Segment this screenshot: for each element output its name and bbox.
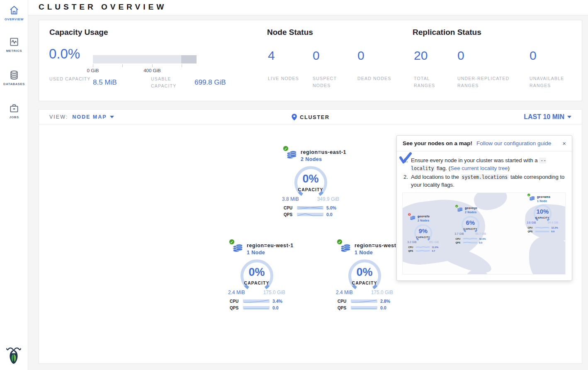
- stat-label: TOTAL RANGES: [414, 75, 451, 89]
- capacity-label: CAPACITY: [237, 280, 277, 285]
- usable-capacity-label: USABLE CAPACITY: [151, 75, 192, 90]
- node-map-setup-tooltip: See your nodes on a map! Follow our conf…: [396, 135, 572, 281]
- setup-step-2: 2. Add locations to the system.locations…: [403, 173, 566, 189]
- cpu-sparkline: [351, 299, 377, 303]
- nodes-link[interactable]: 2 Nodes: [301, 156, 322, 162]
- capacity-gauge: 0% CAPACITY: [291, 166, 330, 201]
- configuration-guide-link[interactable]: Follow our configuration guide: [476, 140, 551, 146]
- axis-tick: [152, 64, 153, 67]
- close-icon[interactable]: ×: [562, 140, 566, 146]
- code-table: system.locations: [461, 174, 509, 180]
- stat-label: LIVE NODES: [268, 75, 305, 82]
- axis-tick: [122, 64, 123, 67]
- nodes-link[interactable]: 1 Node: [355, 250, 373, 256]
- view-selector-value: NODE MAP: [72, 114, 107, 120]
- cpu-value: 3.4%: [272, 299, 282, 304]
- capacity-gauge: 6% CAPACITY: [459, 216, 481, 235]
- qps-sparkline: [243, 306, 270, 310]
- view-label: VIEW:: [49, 114, 68, 120]
- nodes-link: 2 Nodes: [465, 210, 476, 214]
- cpu-value: 5.0%: [326, 205, 336, 210]
- capacity-gauge: 9% CAPACITY: [412, 224, 434, 243]
- cpu-sparkline: [297, 206, 323, 210]
- capacity-percent: 0%: [345, 266, 384, 279]
- cpu-value: 12.3%: [551, 226, 558, 229]
- cpu-label: CPU: [284, 206, 294, 210]
- stat-value: 4: [268, 49, 275, 63]
- healthy-check-icon: ✓: [283, 146, 289, 151]
- nodes-link: 2 Nodes: [418, 219, 429, 222]
- sidebar-item-jobs[interactable]: JOBS: [0, 103, 28, 119]
- stat-label: UNAVAILABLE RANGES: [530, 75, 575, 89]
- step-number: 2.: [403, 173, 411, 189]
- stat-label: UNDER-REPLICATED RANGES: [457, 75, 524, 89]
- stat-value: 20: [414, 49, 428, 63]
- cpu-label: CPU: [230, 299, 240, 304]
- region-label: geo=sfo: [418, 215, 430, 218]
- qps-sparkline: [463, 241, 477, 243]
- qps-sparkline: [297, 212, 323, 217]
- qps-value: 0.0: [326, 212, 333, 217]
- node-status-title: Node Status: [267, 28, 313, 37]
- sidebar-item-label: OVERVIEW: [0, 17, 28, 21]
- sidebar-item-databases[interactable]: DATABASES: [0, 70, 28, 86]
- qps-value: 0.0: [479, 241, 482, 244]
- map-node-eu-west-1[interactable]: ✓ region=eu-west-1 1 Node 0% CAPACITY 2.…: [226, 242, 288, 311]
- capacity-gauge: 0% CAPACITY: [345, 259, 384, 295]
- qps-value: 0.0: [551, 230, 554, 233]
- cpu-label: CPU: [456, 237, 462, 240]
- view-selector-dropdown[interactable]: NODE MAP: [72, 114, 114, 120]
- cpu-sparkline: [535, 226, 549, 229]
- capacity-gauge: 0% CAPACITY: [237, 259, 277, 295]
- stat-label: DEAD NODES: [357, 75, 395, 82]
- setup-step-1: 1. Ensure every node in your cluster was…: [403, 156, 566, 172]
- node-group-icon: ✓: [457, 206, 464, 213]
- axis-tick-label: 0 GiB: [83, 68, 103, 73]
- step-text: Add locations to the: [411, 174, 461, 180]
- locality-tree-link[interactable]: See current locality tree: [450, 165, 508, 171]
- capacity-label: CAPACITY: [345, 280, 384, 285]
- map-node-us-east-1[interactable]: ✓ region=us-east-1 2 Nodes 0% CAPACITY 3…: [279, 148, 342, 218]
- stat-value: 0: [313, 49, 320, 63]
- qps-label: QPS: [408, 249, 414, 252]
- example-node-geo-ams: ✓ geo=ams 1 Node 10% CAPACITY 3.6 GiB: [525, 195, 560, 233]
- region-label: region=us-east-1: [301, 149, 346, 155]
- capacity-label: CAPACITY: [412, 236, 434, 239]
- stat-value: 0: [457, 49, 464, 63]
- cpu-value: 42.6%: [479, 237, 486, 240]
- capacity-percent: 10%: [532, 208, 553, 215]
- view-toolbar: VIEW: NODE MAP CLUSTER LAST 10 MIN: [39, 109, 582, 124]
- nodes-link: 1 Node: [537, 199, 547, 202]
- node-group-icon: 1: [409, 214, 416, 222]
- sidebar-item-overview[interactable]: OVERVIEW: [0, 5, 28, 21]
- stat-value: 0: [530, 49, 537, 63]
- map-node-us-west-1[interactable]: ✓ region=us-west-1 1 Node 0% CAPACITY 2.…: [333, 242, 396, 311]
- map-pin-icon: [291, 114, 297, 121]
- nodes-link[interactable]: 1 Node: [247, 250, 265, 256]
- node-group-icon: ✓: [232, 242, 244, 254]
- example-node-geo-sfo: 1 geo=sfo 2 Nodes 9% CAPACITY 3.2 GiB: [406, 214, 440, 253]
- sidebar-item-metrics[interactable]: METRICS: [0, 37, 28, 53]
- qps-label: QPS: [284, 212, 294, 217]
- qps-value: 4.7: [432, 249, 435, 252]
- page-title: CLUSTER OVERVIEW: [39, 2, 167, 12]
- cockroachdb-logo: [5, 346, 22, 367]
- breadcrumb[interactable]: CLUSTER: [291, 110, 330, 125]
- region-label: region=eu-west-1: [247, 243, 294, 248]
- capacity-percent: 9%: [412, 227, 434, 234]
- axis-tick-label: 400 GiB: [140, 68, 165, 73]
- example-node-geo-nyc: ✓ geo=nyc 2 Nodes 6% CAPACITY 3.7 GiB: [453, 206, 488, 244]
- cluster-overview-page: OVERVIEW METRICS DATABASES: [0, 0, 588, 370]
- qps-sparkline: [415, 249, 430, 252]
- breadcrumb-label: CLUSTER: [300, 114, 330, 120]
- qps-sparkline: [535, 230, 549, 232]
- stat-label: SUSPECT NODES: [313, 75, 350, 89]
- cpu-sparkline: [463, 237, 477, 240]
- briefcase-icon: [9, 103, 19, 114]
- capacity-percent: 6%: [459, 219, 481, 226]
- qps-label: QPS: [230, 306, 240, 310]
- qps-label: QPS: [338, 306, 348, 310]
- landmass: [529, 236, 566, 275]
- time-range-dropdown[interactable]: LAST 10 MIN: [524, 113, 571, 121]
- cpu-label: CPU: [528, 226, 534, 229]
